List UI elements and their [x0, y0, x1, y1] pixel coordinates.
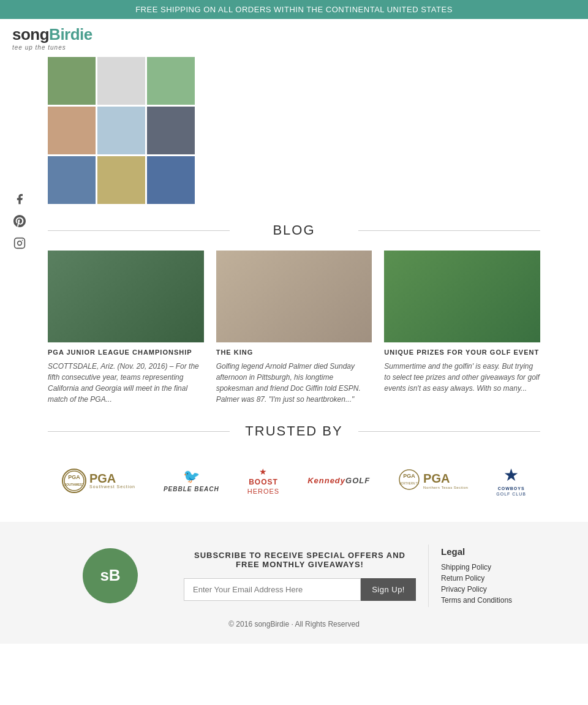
svg-text:NORTHERN TX: NORTHERN TX — [399, 482, 419, 485]
cowboys-text: COWBOYS — [498, 486, 525, 491]
blog-grid: PGA JUNIOR LEAGUE CHAMPIONSHIP SCOTTSDAL… — [48, 251, 540, 405]
signup-button[interactable]: Sign Up! — [361, 578, 416, 601]
boost-star-icon: ★ — [259, 467, 267, 477]
grid-image-4[interactable] — [48, 107, 96, 154]
shipping-policy-link[interactable]: Shipping Policy — [441, 563, 527, 571]
grid-image-6[interactable] — [147, 107, 195, 154]
blog-image-1 — [48, 251, 204, 342]
cowboys-golf-text: GOLF CLUB — [496, 492, 526, 496]
svg-text:PGA: PGA — [68, 474, 80, 480]
kennedy-golf-logo: KennedyGOLF — [305, 464, 372, 497]
header: songBirdie tee up the tunes — [0, 19, 588, 57]
logo-song: song — [12, 25, 49, 43]
footer: sB SUBSCRIBE TO RECEIVE SPECIAL OFFERS A… — [0, 522, 588, 644]
pebble-text: PEBBLE BEACH — [164, 486, 219, 492]
footer-logo-circle: sB — [83, 548, 138, 603]
top-banner: FREE SHIPPING ON ALL ORDERS WITHIN THE C… — [0, 0, 588, 19]
svg-point-2 — [22, 240, 23, 241]
terms-conditions-link[interactable]: Terms and Conditions — [441, 596, 527, 605]
trusted-section-title: TRUSTED BY — [48, 423, 540, 439]
grid-image-7[interactable] — [48, 156, 96, 204]
blog-card-title-2: THE KING — [216, 349, 372, 356]
subscribe-form: Sign Up! — [184, 578, 416, 601]
blog-card-text-2: Golfing legend Arnold Palmer died Sunday… — [216, 361, 372, 405]
svg-text:SOUTHWEST: SOUTHWEST — [64, 483, 84, 486]
logo[interactable]: songBirdie tee up the tunes — [12, 25, 92, 51]
logo-birdie: Birdie — [49, 25, 92, 43]
return-policy-link[interactable]: Return Policy — [441, 574, 527, 582]
footer-logo-area: sB — [49, 548, 172, 603]
grid-image-1[interactable] — [48, 57, 96, 105]
grid-image-9[interactable] — [147, 156, 195, 204]
pga-nt-text: PGA — [423, 472, 468, 486]
blog-section-title: BLOG — [48, 222, 540, 238]
footer-subscribe: SUBSCRIBE TO RECEIVE SPECIAL OFFERS AND … — [172, 545, 429, 607]
grid-image-3[interactable] — [147, 57, 195, 105]
footer-copyright: © 2016 songBirdie · All Rights Reserved — [0, 611, 588, 631]
svg-text:PGA: PGA — [403, 473, 415, 479]
pga-nt-subtext: Northern Texas Section — [423, 486, 468, 489]
footer-inner: sB SUBSCRIBE TO RECEIVE SPECIAL OFFERS A… — [49, 540, 539, 611]
kennedy-golf-text: KennedyGOLF — [307, 476, 370, 485]
logo-text: songBirdie — [12, 25, 92, 44]
privacy-policy-link[interactable]: Privacy Policy — [441, 585, 527, 594]
heroes-text: HEROES — [247, 488, 279, 495]
social-sidebar — [12, 192, 27, 251]
svg-point-1 — [18, 241, 22, 246]
blog-card-title-3: UNIQUE PRIZES FOR YOUR GOLF EVENT — [384, 349, 540, 356]
pebble-bird-icon: 🐦 — [183, 469, 200, 484]
boost-heroes-logo: ★ BOOST HEROES — [245, 464, 282, 497]
pinterest-icon[interactable] — [12, 214, 27, 228]
footer-legal: Legal Shipping Policy Return Policy Priv… — [429, 540, 539, 611]
blog-card-text-1: SCOTTSDALE, Ariz. (Nov. 20, 2016) – For … — [48, 361, 204, 405]
pga-sw-subtext: Southwest Section — [89, 484, 135, 489]
blog-card-title-1: PGA JUNIOR LEAGUE CHAMPIONSHIP — [48, 349, 204, 356]
pga-northern-texas-logo: PGA NORTHERN TX PGA Northern Texas Secti… — [396, 464, 470, 497]
blog-image-2 — [216, 251, 372, 342]
facebook-icon[interactable] — [12, 192, 27, 206]
trusted-logos: PGA SOUTHWEST PGA Southwest Section 🐦 PE… — [48, 451, 540, 510]
grid-image-8[interactable] — [97, 156, 145, 204]
pga-southwest-logo: PGA SOUTHWEST PGA Southwest Section — [59, 464, 138, 497]
email-input[interactable] — [184, 578, 361, 601]
pga-nt-emblem: PGA NORTHERN TX — [398, 469, 420, 493]
cowboys-star-icon: ★ — [503, 465, 519, 485]
blog-card-3[interactable]: UNIQUE PRIZES FOR YOUR GOLF EVENT Summer… — [384, 251, 540, 405]
svg-rect-0 — [15, 238, 25, 249]
instagram-icon[interactable] — [12, 236, 27, 251]
blog-image-3 — [384, 251, 540, 342]
blog-card-text-3: Summertime and the golfin' is easy. But … — [384, 361, 540, 394]
footer-subscribe-title: SUBSCRIBE TO RECEIVE SPECIAL OFFERS AND … — [184, 551, 416, 569]
blog-card-1[interactable]: PGA JUNIOR LEAGUE CHAMPIONSHIP SCOTTSDAL… — [48, 251, 204, 405]
main-content: BLOG PGA JUNIOR LEAGUE CHAMPIONSHIP SCOT… — [0, 57, 588, 510]
pga-sw-text: PGA — [89, 472, 135, 484]
grid-image-5[interactable] — [97, 107, 145, 154]
logo-tagline: tee up the tunes — [12, 44, 66, 51]
boost-text: BOOST — [249, 478, 278, 486]
pga-sw-emblem: PGA SOUTHWEST — [62, 469, 86, 493]
pebble-beach-logo: 🐦 PEBBLE BEACH — [161, 464, 222, 497]
footer-legal-links: Shipping Policy Return Policy Privacy Po… — [441, 563, 527, 605]
instagram-grid — [48, 57, 540, 204]
footer-legal-title: Legal — [441, 546, 527, 557]
cowboys-golf-logo: ★ COWBOYS GOLF CLUB — [494, 464, 529, 497]
grid-image-2[interactable] — [97, 57, 145, 105]
blog-card-2[interactable]: THE KING Golfing legend Arnold Palmer di… — [216, 251, 372, 405]
